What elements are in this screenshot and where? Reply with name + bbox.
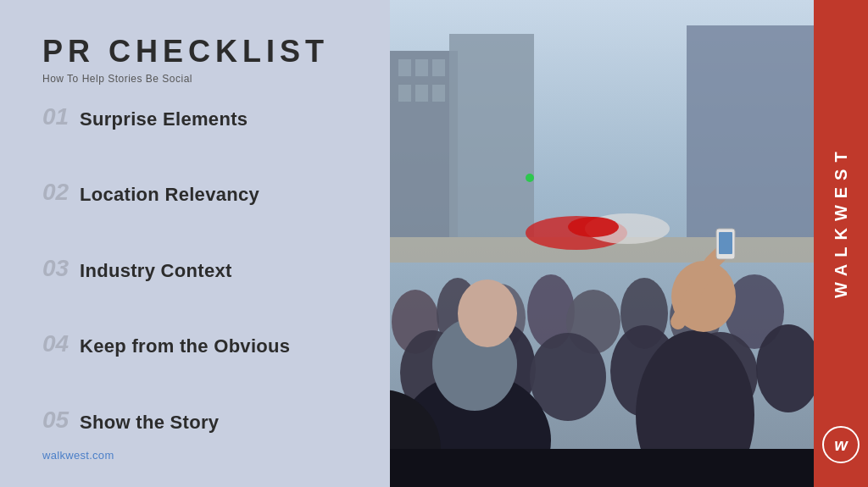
item-label-3: Industry Context — [80, 260, 232, 282]
svg-rect-6 — [415, 85, 428, 102]
svg-rect-8 — [449, 34, 534, 237]
item-label-4: Keep from the Obvious — [80, 335, 290, 357]
brand-logo: w — [822, 426, 860, 463]
svg-rect-36 — [390, 449, 814, 487]
svg-rect-7 — [432, 85, 445, 102]
svg-rect-2 — [398, 59, 411, 76]
checklist-item-5: 05Show the Story — [42, 412, 356, 434]
checklist-item-4: 04Keep from the Obvious — [42, 335, 356, 357]
item-number-1: 01 — [42, 105, 80, 129]
svg-rect-4 — [432, 59, 445, 76]
photo-panel — [390, 0, 814, 487]
checklist-item-3: 03Industry Context — [42, 260, 356, 282]
svg-rect-31 — [719, 232, 732, 254]
svg-rect-5 — [398, 85, 411, 102]
left-panel: PR CHECKLIST How To Help Stories Be Soci… — [0, 0, 390, 487]
svg-rect-3 — [415, 59, 428, 76]
brand-logo-letter: w — [834, 435, 848, 455]
checklist-item-2: 02Location Relevancy — [42, 184, 356, 206]
item-label-5: Show the Story — [80, 412, 219, 434]
page-title: PR CHECKLIST — [42, 34, 356, 69]
svg-point-13 — [568, 217, 619, 237]
checklist-item-1: 01Surprise Elements — [42, 108, 356, 130]
item-number-4: 04 — [42, 332, 80, 356]
svg-rect-1 — [390, 51, 458, 237]
item-number-5: 05 — [42, 408, 80, 432]
item-number-3: 03 — [42, 257, 80, 280]
item-label-2: Location Relevancy — [80, 184, 259, 206]
page-subtitle: How To Help Stories Be Social — [42, 73, 356, 85]
item-number-2: 02 — [42, 180, 80, 204]
svg-point-34 — [458, 279, 517, 347]
right-sidebar: WALKWEST w — [814, 0, 868, 487]
brand-name: WALKWEST — [832, 17, 851, 426]
item-label-1: Surprise Elements — [80, 108, 248, 130]
svg-point-37 — [526, 174, 534, 182]
svg-rect-9 — [687, 25, 814, 237]
checklist: 01Surprise Elements02Location Relevancy0… — [42, 108, 356, 434]
website-link[interactable]: walkwest.com — [42, 449, 356, 462]
